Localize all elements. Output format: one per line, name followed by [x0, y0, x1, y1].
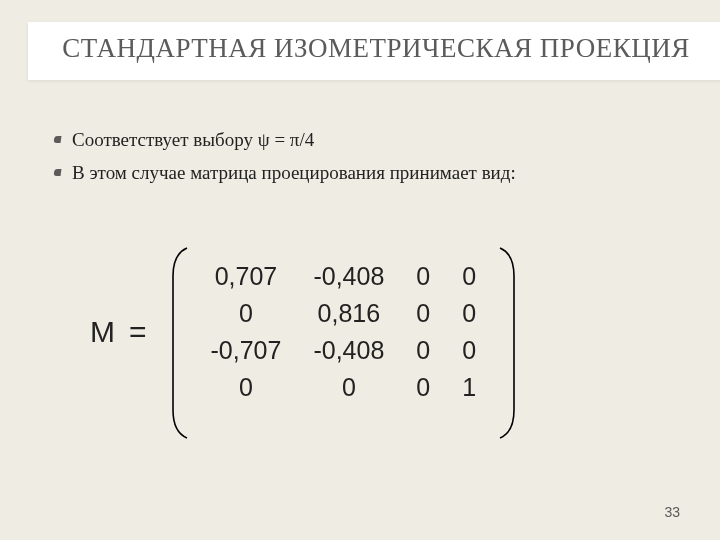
matrix-row: 0 0 0 1 [195, 369, 493, 406]
matrix-cell: 0 [297, 369, 400, 406]
matrix-cell: 0 [195, 369, 298, 406]
matrix-cell: 0 [195, 295, 298, 332]
matrix-equation: M = 0,707 -0,408 0 0 0 0,816 0 0 [90, 252, 514, 412]
matrix-cell: 0,816 [297, 295, 400, 332]
matrix-label: M [90, 315, 115, 349]
matrix-cell: 0 [446, 332, 492, 369]
matrix-row: -0,707 -0,408 0 0 [195, 332, 493, 369]
slide: СТАНДАРТНАЯ ИЗОМЕТРИЧЕСКАЯ ПРОЕКЦИЯ Соот… [0, 0, 720, 540]
matrix-cell: -0,707 [195, 332, 298, 369]
matrix-cell: 0,707 [195, 258, 298, 295]
body-text: Соответствует выбору ψ = π/4 В этом случ… [54, 126, 664, 191]
matrix-cell: 1 [446, 369, 492, 406]
matrix-table: 0,707 -0,408 0 0 0 0,816 0 0 -0,707 -0,4… [195, 258, 493, 406]
page-number: 33 [664, 504, 680, 520]
slide-title: СТАНДАРТНАЯ ИЗОМЕТРИЧЕСКАЯ ПРОЕКЦИЯ [44, 32, 708, 66]
matrix-cell: 0 [446, 295, 492, 332]
matrix-cell: 0 [400, 332, 446, 369]
right-paren-icon [496, 246, 518, 440]
matrix-brackets: 0,707 -0,408 0 0 0 0,816 0 0 -0,707 -0,4… [173, 252, 515, 412]
matrix-cell: 0 [400, 295, 446, 332]
bullet-item: В этом случае матрица проецирования прин… [54, 159, 664, 188]
matrix-row: 0,707 -0,408 0 0 [195, 258, 493, 295]
bullet-item: Соответствует выбору ψ = π/4 [54, 126, 664, 155]
title-card: СТАНДАРТНАЯ ИЗОМЕТРИЧЕСКАЯ ПРОЕКЦИЯ [28, 22, 720, 80]
matrix-cell: 0 [400, 258, 446, 295]
matrix-cell: 0 [400, 369, 446, 406]
matrix-cell: 0 [446, 258, 492, 295]
left-paren-icon [169, 246, 191, 440]
matrix-cell: -0,408 [297, 332, 400, 369]
matrix-row: 0 0,816 0 0 [195, 295, 493, 332]
matrix-cell: -0,408 [297, 258, 400, 295]
equals-sign: = [129, 315, 147, 349]
